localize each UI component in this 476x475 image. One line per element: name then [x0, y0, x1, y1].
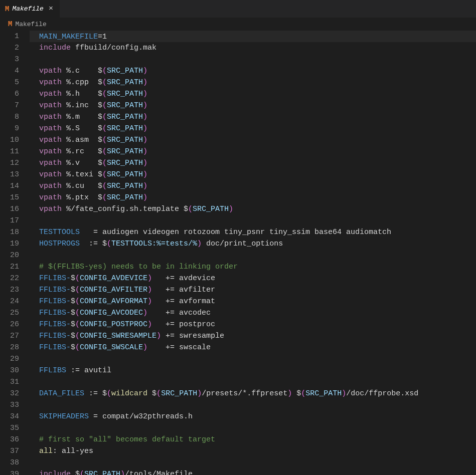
close-icon[interactable]: ×: [47, 5, 55, 13]
code-line[interactable]: vpath %/fate_config.sh.template $(SRC_PA…: [30, 203, 476, 215]
code-line[interactable]: TESTTOOLS = audiogen videogen rotozoom t…: [30, 226, 476, 238]
code-line[interactable]: all: all-yes: [30, 445, 476, 457]
code-token-paren: ): [342, 389, 346, 398]
code-line[interactable]: # $(FFLIBS-yes) needs to be in linking o…: [30, 261, 476, 273]
editor[interactable]: 1234567891011121314151617181920212223242…: [0, 31, 476, 475]
code-token-varref: SRC_PATH: [107, 90, 143, 98]
code-token-text: %.c: [62, 67, 98, 75]
code-line[interactable]: FFLIBS := avutil: [30, 365, 476, 376]
code-line[interactable]: vpath %.v $(SRC_PATH): [30, 157, 476, 169]
code-line[interactable]: [30, 399, 476, 411]
line-number: 13: [0, 169, 19, 180]
code-token-text: %.cu: [62, 182, 98, 190]
tab-makefile[interactable]: M Makefile ×: [0, 0, 60, 18]
code-token-paren: (: [156, 389, 161, 398]
code-token-var: FFLIBS-: [39, 332, 71, 340]
code-line[interactable]: FFLIBS-$(CONFIG_AVFORMAT) += avformat: [30, 296, 476, 307]
code-token-paren: (: [102, 124, 107, 133]
code-token-text: %.S: [62, 124, 98, 133]
code-token-op: $: [98, 124, 102, 133]
code-token-text: doc/print_options: [202, 240, 283, 248]
code-token-paren: (: [301, 389, 305, 398]
code-line[interactable]: vpath %.h $(SRC_PATH): [30, 88, 476, 100]
code-line[interactable]: # first so "all" becomes default target: [30, 434, 476, 445]
code-token-op: $: [71, 320, 75, 329]
code-area[interactable]: MAIN_MAKEFILE=1include ffbuild/config.ma…: [30, 31, 476, 475]
code-token-op: $: [102, 389, 107, 398]
code-token-paren: (: [102, 101, 107, 110]
code-line[interactable]: [30, 376, 476, 388]
code-token-op: $: [71, 297, 75, 306]
code-line[interactable]: SKIPHEADERS = compat/w32pthreads.h: [30, 411, 476, 422]
line-number: 38: [0, 457, 19, 468]
code-line[interactable]: FFLIBS-$(CONFIG_SWSCALE) += swscale: [30, 342, 476, 353]
code-token-text: %.h: [62, 90, 98, 98]
code-token-op: $: [98, 193, 102, 202]
code-token-paren: ): [147, 297, 152, 306]
code-token-varref: SRC_PATH: [107, 170, 143, 179]
code-line[interactable]: include $(SRC_PATH)/tools/Makefile: [30, 468, 476, 475]
code-token-text: += swscale: [147, 343, 211, 352]
code-token-op: $: [71, 274, 75, 283]
code-token-op: $: [98, 147, 102, 156]
code-line[interactable]: DATA_FILES := $(wildcard $(SRC_PATH)/pre…: [30, 388, 476, 399]
code-line[interactable]: vpath %.ptx $(SRC_PATH): [30, 192, 476, 203]
code-token-paren: (: [102, 136, 107, 144]
code-line[interactable]: include ffbuild/config.mak: [30, 42, 476, 54]
code-line[interactable]: [30, 250, 476, 261]
code-token-text: += avcodec: [147, 309, 211, 317]
code-token-incl: include: [39, 44, 71, 52]
code-token-text: =1: [98, 33, 107, 41]
code-token-var: FFLIBS-: [39, 343, 71, 352]
code-line[interactable]: FFLIBS-$(CONFIG_SWRESAMPLE) += swresampl…: [30, 330, 476, 342]
code-token-varref: SRC_PATH: [193, 205, 229, 213]
code-line[interactable]: vpath %.texi $(SRC_PATH): [30, 169, 476, 180]
code-token-paren: (: [102, 113, 107, 121]
line-number: 39: [0, 468, 19, 475]
code-line[interactable]: FFLIBS-$(CONFIG_AVFILTER) += avfilter: [30, 284, 476, 296]
code-token-var: FFLIBS-: [39, 286, 71, 294]
code-token-vpath: vpath: [39, 90, 62, 98]
code-token-var: FFLIBS-: [39, 320, 71, 329]
code-token-paren: ): [143, 182, 147, 190]
code-line[interactable]: vpath %.cpp $(SRC_PATH): [30, 77, 476, 88]
line-number: 6: [0, 88, 19, 100]
code-line[interactable]: [30, 353, 476, 365]
breadcrumb[interactable]: M Makefile: [0, 18, 476, 31]
code-line[interactable]: vpath %.asm $(SRC_PATH): [30, 134, 476, 146]
code-line[interactable]: vpath %.rc $(SRC_PATH): [30, 146, 476, 157]
code-token-text: += avdevice: [152, 274, 215, 283]
code-token-vpath: vpath: [39, 205, 62, 213]
code-line[interactable]: HOSTPROGS := $(TESTTOOLS:%=tests/%) doc/…: [30, 238, 476, 250]
code-token-paren: ): [143, 124, 147, 133]
code-token-paren: (: [102, 78, 107, 87]
code-token-op: $: [98, 159, 102, 167]
code-token-op: $: [98, 136, 102, 144]
code-line[interactable]: vpath %.c $(SRC_PATH): [30, 65, 476, 77]
code-token-vpath: vpath: [39, 113, 62, 121]
line-number: 24: [0, 296, 19, 307]
code-token-paren: ): [147, 320, 152, 329]
line-number: 16: [0, 203, 19, 215]
code-line[interactable]: vpath %.S $(SRC_PATH): [30, 123, 476, 134]
code-line[interactable]: [30, 215, 476, 226]
code-line[interactable]: vpath %.inc $(SRC_PATH): [30, 100, 476, 111]
code-line[interactable]: vpath %.m $(SRC_PATH): [30, 111, 476, 123]
code-line[interactable]: FFLIBS-$(CONFIG_AVCODEC) += avcodec: [30, 307, 476, 319]
code-line[interactable]: [30, 422, 476, 434]
code-line[interactable]: vpath %.cu $(SRC_PATH): [30, 180, 476, 192]
code-token-paren: (: [102, 182, 107, 190]
code-line[interactable]: [30, 457, 476, 468]
code-token-var: TESTTOOLS: [39, 228, 80, 236]
code-line[interactable]: [30, 54, 476, 65]
line-number: 29: [0, 353, 19, 365]
line-number: 9: [0, 123, 19, 134]
line-number: 20: [0, 250, 19, 261]
code-token-paren: ): [120, 470, 125, 475]
code-line[interactable]: FFLIBS-$(CONFIG_AVDEVICE) += avdevice: [30, 273, 476, 284]
code-token-op: $: [184, 205, 188, 213]
code-line[interactable]: FFLIBS-$(CONFIG_POSTPROC) += postproc: [30, 319, 476, 330]
code-token-text: :=: [80, 240, 102, 248]
line-number: 15: [0, 192, 19, 203]
code-line[interactable]: MAIN_MAKEFILE=1: [30, 31, 476, 42]
